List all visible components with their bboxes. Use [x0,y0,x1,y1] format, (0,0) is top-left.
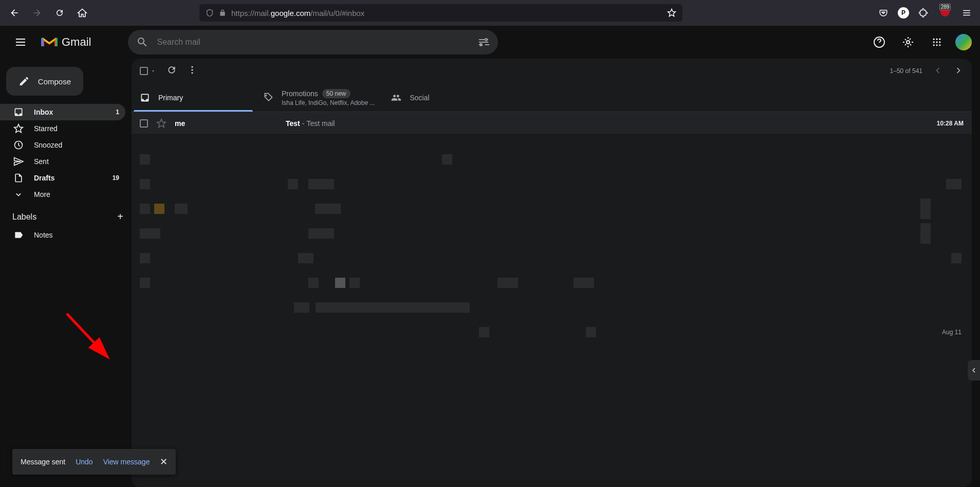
chevron-down-icon [13,189,24,200]
url-bar[interactable]: https://mail.google.com/mail/u/0/#inbox [199,4,682,22]
sidebar-item-count: 1 [116,109,119,116]
settings-button[interactable] [898,32,918,52]
send-icon [13,156,24,167]
sidebar-item-count: 19 [113,174,119,182]
toast-message: Message sent [21,458,65,466]
app-name: Gmail [62,35,91,49]
obscured-emails: Aug 11 [132,135,972,357]
search-options-icon[interactable] [477,36,490,48]
email-subject-area: Test - Test mail [286,119,929,128]
lock-icon [219,9,226,16]
url-text: https://mail.google.com/mail/u/0/#inbox [231,9,364,17]
forward-button[interactable] [29,5,45,21]
sidebar-item-label: Snoozed [34,141,62,149]
gmail-logo[interactable]: Gmail [41,35,91,49]
tab-subtitle: Isha Life, IndiGo, Netflix, Adobe ... [282,99,375,106]
add-label-button[interactable]: + [117,211,123,223]
compose-label: Compose [38,77,71,86]
svg-point-5 [936,39,937,40]
account-avatar[interactable] [955,34,972,50]
sidebar-item-label: More [34,190,50,199]
refresh-button[interactable] [167,65,177,77]
extensions-icon[interactable] [916,6,931,20]
side-panel-toggle[interactable] [968,360,980,381]
chevron-down-icon [150,68,156,74]
email-subject: Test [286,119,300,128]
svg-point-4 [933,39,935,40]
mail-toolbar: 1–50 of 541 [132,59,972,83]
email-sender: me [175,119,278,128]
sidebar-item-drafts[interactable]: Drafts 19 [0,170,125,186]
bookmark-star-icon[interactable] [667,8,676,17]
shield-icon [206,9,214,17]
home-button[interactable] [74,5,90,21]
tab-badge: 50 new [322,89,350,98]
email-checkbox[interactable] [140,119,148,128]
browser-menu-button[interactable] [959,6,974,20]
next-page-button[interactable] [953,65,964,77]
reload-button[interactable] [51,5,68,21]
people-icon [391,93,401,103]
pencil-icon [19,75,30,87]
undo-button[interactable]: Undo [76,458,93,466]
svg-point-6 [939,39,940,40]
sidebar-item-label: Sent [34,157,49,166]
gmail-header: Gmail [0,26,980,59]
select-all-checkbox[interactable] [140,67,156,75]
ublock-extension[interactable]: 289 [938,6,952,20]
inbox-icon [140,93,150,103]
gmail-logo-icon [41,36,58,48]
svg-point-14 [191,66,193,68]
svg-point-9 [939,41,940,43]
pagination-text: 1–50 of 541 [890,67,922,75]
view-message-button[interactable]: View message [103,458,150,466]
tab-primary[interactable]: Primary [132,83,255,112]
sidebar-item-label: Starred [34,124,58,133]
email-snippet: Test mail [306,119,335,128]
tab-label: Primary [158,94,183,102]
sidebar-item-starred[interactable]: Starred [0,120,125,137]
pocket-icon[interactable] [876,6,891,20]
back-button[interactable] [6,5,23,21]
sidebar-item-inbox[interactable]: Inbox 1 [0,104,125,120]
sidebar-item-sent[interactable]: Sent [0,153,125,170]
more-actions-button[interactable] [187,65,197,77]
profile-badge-icon[interactable]: P [898,7,909,19]
svg-point-11 [936,44,937,46]
tab-promotions[interactable]: Promotions 50 new Isha Life, IndiGo, Net… [255,83,383,112]
svg-point-15 [191,69,193,70]
sidebar-label-notes[interactable]: Notes [0,227,125,243]
message-sent-toast: Message sent Undo View message ✕ [12,449,176,475]
star-icon[interactable] [156,118,167,129]
email-time: 10:28 AM [937,120,964,127]
prev-page-button[interactable] [933,65,943,77]
svg-point-0 [485,39,487,41]
file-icon [13,173,24,183]
email-row[interactable]: me Test - Test mail 10:28 AM [132,112,972,135]
apps-button[interactable] [927,32,947,52]
compose-button[interactable]: Compose [6,67,83,96]
search-icon [136,36,149,48]
search-bar[interactable] [128,30,498,55]
svg-point-8 [936,41,937,43]
svg-point-10 [933,44,935,46]
svg-point-3 [907,41,910,44]
sidebar-item-more[interactable]: More [0,186,125,203]
sidebar-item-snoozed[interactable]: Snoozed [0,137,125,153]
svg-point-12 [939,44,940,46]
clock-icon [13,140,24,150]
tab-label: Social [410,94,429,102]
svg-point-7 [933,41,935,43]
search-input[interactable] [157,38,469,47]
sidebar-item-label: Notes [34,231,53,239]
tab-social[interactable]: Social [383,83,506,112]
support-button[interactable] [869,32,890,52]
inbox-icon [13,107,24,117]
category-tabs: Primary Promotions 50 new Isha Life, Ind… [132,83,972,112]
main-menu-button[interactable] [8,30,33,55]
sidebar: Compose Inbox 1 Starred Snoozed Sent Dra… [0,59,132,487]
labels-header: Labels + [0,203,132,227]
close-toast-button[interactable]: ✕ [160,456,168,467]
sidebar-item-label: Drafts [34,174,54,182]
browser-toolbar: https://mail.google.com/mail/u/0/#inbox … [0,0,980,26]
